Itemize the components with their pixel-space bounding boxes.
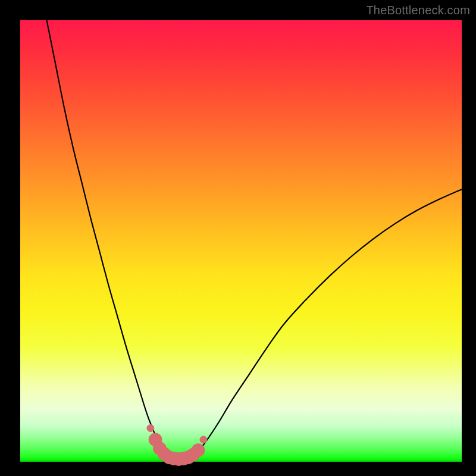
optimal-marker <box>147 425 154 432</box>
chart-frame: TheBottleneck.com <box>0 0 476 476</box>
curve-left-branch <box>47 20 166 455</box>
optimal-marker <box>200 436 207 443</box>
plot-area <box>20 20 462 462</box>
bottleneck-curve-svg <box>20 20 462 462</box>
marker-group <box>147 425 207 466</box>
curve-right-branch <box>197 189 462 453</box>
optimal-marker <box>192 444 205 457</box>
watermark-text: TheBottleneck.com <box>366 4 470 17</box>
curve-group <box>47 20 462 459</box>
